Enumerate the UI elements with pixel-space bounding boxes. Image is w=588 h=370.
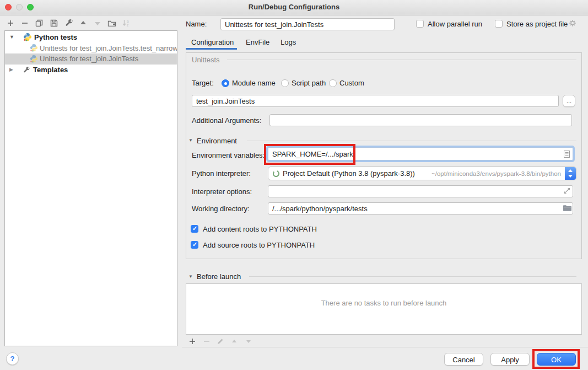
- environment-collapse-icon[interactable]: ▼: [188, 138, 193, 143]
- add-configuration-icon[interactable]: [6, 18, 15, 28]
- conda-env-icon: [272, 170, 280, 179]
- working-directory-input[interactable]: [268, 202, 573, 215]
- edit-templates-icon[interactable]: [64, 18, 74, 28]
- radio-custom[interactable]: [329, 79, 337, 87]
- allow-parallel-run-checkbox[interactable]: [416, 20, 424, 28]
- tree-item-label: Templates: [33, 66, 68, 74]
- name-label: Name:: [186, 20, 207, 28]
- remove-configuration-icon[interactable]: [20, 18, 30, 28]
- environment-section-label: Environment: [197, 137, 237, 145]
- run-debug-configurations-dialog: Run/Debug Configurations az ▼ Python tes…: [0, 0, 588, 370]
- unittests-group-title: Unittests: [192, 56, 220, 64]
- python-interpreter-label: Python interpreter:: [192, 169, 251, 178]
- chevron-expanded-icon[interactable]: ▼: [9, 34, 14, 40]
- tree-item-templates[interactable]: ▶ Templates: [5, 65, 177, 76]
- before-launch-task-list[interactable]: [186, 283, 582, 335]
- tab-logs[interactable]: Logs: [280, 38, 296, 46]
- before-launch-remove-icon: [202, 337, 211, 346]
- before-launch-add-icon[interactable]: [188, 337, 197, 346]
- store-options-gear-icon[interactable]: [568, 19, 577, 29]
- content-roots-label: Add content roots to PYTHONPATH: [203, 225, 317, 233]
- module-name-input[interactable]: [192, 95, 559, 107]
- additional-arguments-input[interactable]: [269, 114, 572, 126]
- svg-text:z: z: [127, 23, 128, 27]
- python-interpreter-select[interactable]: Project Default (Python 3.8 (pyspark-3.8…: [268, 167, 576, 180]
- before-launch-section-line: [249, 276, 576, 277]
- env-variables-browse-icon[interactable]: [563, 150, 570, 160]
- before-launch-edit-icon: [216, 337, 225, 346]
- before-launch-empty-text: There are no tasks to run before launch: [186, 299, 582, 307]
- allow-parallel-run-label: Allow parallel run: [428, 20, 482, 28]
- move-down-icon: [93, 18, 103, 28]
- templates-wrench-icon: [23, 66, 31, 75]
- tree-item-jointests-selected[interactable]: Unittests for test_join.JoinTests: [5, 53, 177, 65]
- store-as-project-file-label: Store as project file: [506, 20, 568, 28]
- tree-item-test-narrow[interactable]: Unittests for test_join.JoinTests.test_n…: [5, 43, 177, 54]
- tree-item-label: Python tests: [34, 33, 77, 41]
- window-title: Run/Debug Configurations: [0, 0, 588, 14]
- new-folder-icon[interactable]: [107, 18, 117, 28]
- environment-variables-input[interactable]: [268, 147, 573, 160]
- content-roots-checkbox[interactable]: [191, 225, 198, 233]
- python-tests-icon: [23, 33, 32, 41]
- tree-item-label: Unittests for test_join.JoinTests: [40, 55, 138, 63]
- copy-configuration-icon[interactable]: [34, 18, 44, 28]
- chevron-collapsed-icon[interactable]: ▶: [9, 67, 13, 72]
- radio-script-path-label: Script path: [292, 79, 326, 87]
- additional-arguments-label: Additional Arguments:: [192, 116, 261, 125]
- interpreter-options-input[interactable]: [268, 185, 573, 197]
- python-test-icon: [30, 44, 39, 52]
- group-title-line: [227, 60, 576, 60]
- tree-item-label: Unittests for test_join.JoinTests.test_n…: [40, 44, 177, 52]
- move-up-icon[interactable]: [78, 18, 88, 28]
- before-launch-section-label: Before launch: [197, 272, 241, 281]
- store-as-project-file-checkbox[interactable]: [495, 20, 503, 28]
- tab-configuration[interactable]: Configuration: [191, 38, 234, 46]
- title-bar: Run/Debug Configurations: [0, 0, 588, 15]
- configurations-tree: ▼ Python tests Unittests for test_join.J…: [4, 30, 177, 346]
- browse-folder-icon[interactable]: [563, 204, 571, 213]
- tab-envfile[interactable]: EnvFile: [246, 38, 269, 46]
- cancel-button[interactable]: Cancel: [444, 353, 483, 366]
- help-button[interactable]: ?: [6, 352, 19, 365]
- working-directory-label: Working directory:: [192, 205, 250, 213]
- environment-variables-label: Environment variables:: [192, 151, 265, 159]
- tree-item-python-tests[interactable]: ▼ Python tests: [5, 32, 177, 43]
- python-test-icon: [30, 55, 39, 63]
- radio-module-name[interactable]: [222, 79, 229, 87]
- radio-custom-label: Custom: [339, 79, 364, 87]
- active-tab-underline: [186, 48, 237, 50]
- before-launch-move-down-icon: [244, 337, 253, 346]
- before-launch-move-up-icon: [230, 337, 239, 346]
- source-roots-checkbox[interactable]: [191, 241, 198, 249]
- interpreter-options-label: Interpreter options:: [192, 187, 252, 196]
- combo-stepper-icon[interactable]: [565, 167, 576, 180]
- svg-text:a: a: [127, 19, 129, 23]
- name-input[interactable]: [220, 18, 395, 30]
- target-label: Target:: [192, 79, 214, 87]
- expand-field-icon[interactable]: [563, 187, 571, 196]
- save-configuration-icon[interactable]: [49, 18, 59, 28]
- environment-section-line: [247, 141, 576, 141]
- before-launch-collapse-icon[interactable]: ▼: [188, 274, 193, 279]
- sort-alphabetically-icon: az: [121, 18, 131, 28]
- apply-button[interactable]: Apply: [490, 353, 530, 366]
- interpreter-value: Project Default (Python 3.8 (pyspark-3.8…: [283, 169, 415, 178]
- source-roots-label: Add source roots to PYTHONPATH: [203, 241, 315, 249]
- radio-module-name-label: Module name: [232, 79, 276, 87]
- ok-button[interactable]: OK: [537, 353, 576, 366]
- browse-module-button[interactable]: ...: [563, 95, 575, 107]
- radio-script-path[interactable]: [281, 79, 289, 87]
- footer-separator: [182, 347, 588, 347]
- interpreter-path: ~/opt/miniconda3/envs/pyspark-3.8/bin/py…: [431, 170, 561, 177]
